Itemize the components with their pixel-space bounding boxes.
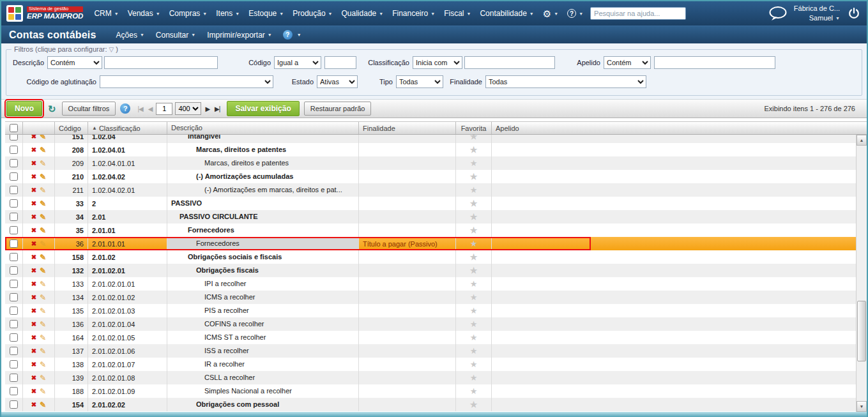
settings-menu[interactable]: ⚙ ▼ bbox=[538, 1, 563, 26]
row-checkbox[interactable] bbox=[10, 172, 18, 181]
edit-pencil-icon[interactable]: ✎ bbox=[40, 253, 46, 262]
refresh-icon[interactable]: ↻ bbox=[47, 104, 57, 114]
row-checkbox[interactable] bbox=[10, 320, 18, 328]
scroll-up-icon[interactable]: ▲ bbox=[857, 135, 867, 146]
row-checkbox[interactable] bbox=[10, 186, 18, 194]
help-menu[interactable]: ? ▼ bbox=[563, 1, 588, 26]
table-row[interactable]: ✖✎1511.02.04Intangível★ bbox=[5, 135, 856, 143]
table-row-selected[interactable]: ✖✎362.01.01.01FornecedoresTítulo a pagar… bbox=[5, 237, 856, 250]
favorite-star-icon[interactable]: ★ bbox=[470, 158, 478, 168]
table-row[interactable]: ✖✎2111.02.04.02.01(-) Amortizações em ma… bbox=[5, 183, 856, 197]
table-row[interactable]: ✖✎1542.01.02.02Obrigações com pessoal★ bbox=[5, 398, 856, 411]
topbar-menu-fiscal[interactable]: Fiscal▼ bbox=[439, 1, 475, 26]
edit-pencil-icon[interactable]: ✎ bbox=[40, 266, 46, 275]
codigo-input[interactable] bbox=[324, 56, 356, 69]
row-checkbox[interactable] bbox=[10, 213, 18, 221]
delete-icon[interactable]: ✖ bbox=[31, 213, 36, 220]
delete-icon[interactable]: ✖ bbox=[31, 334, 36, 341]
estado-select[interactable]: Ativas bbox=[317, 75, 358, 88]
salvar-exibicao-button[interactable]: Salvar exibição bbox=[227, 101, 299, 116]
table-row[interactable]: ✖✎1372.01.02.01.06ISS a recolher★ bbox=[5, 344, 856, 358]
row-checkbox[interactable] bbox=[10, 135, 18, 140]
table-row[interactable]: ✖✎2091.02.04.01.01Marcas, direitos e pat… bbox=[5, 156, 856, 170]
row-checkbox[interactable] bbox=[10, 400, 18, 409]
favorite-star-icon[interactable]: ★ bbox=[470, 360, 478, 369]
delete-icon[interactable]: ✖ bbox=[31, 347, 36, 354]
edit-pencil-icon[interactable]: ✎ bbox=[40, 360, 46, 369]
row-checkbox[interactable] bbox=[10, 374, 18, 382]
favorite-star-icon[interactable]: ★ bbox=[470, 373, 478, 383]
page-menu-imprimir-exportar[interactable]: Imprimir/exportar▼ bbox=[201, 31, 278, 40]
delete-icon[interactable]: ✖ bbox=[31, 401, 36, 408]
next-page-icon[interactable]: ▶ bbox=[204, 105, 211, 112]
edit-pencil-icon[interactable]: ✎ bbox=[40, 320, 46, 329]
codigo-operator-select[interactable]: Igual a bbox=[274, 56, 321, 69]
table-row[interactable]: ✖✎332PASSIVO★ bbox=[5, 197, 856, 210]
descricao-input[interactable] bbox=[104, 56, 218, 69]
edit-pencil-icon[interactable]: ✎ bbox=[40, 186, 46, 195]
table-row[interactable]: ✖✎1342.01.02.01.02ICMS a recolher★ bbox=[5, 291, 856, 304]
favorite-star-icon[interactable]: ★ bbox=[470, 199, 478, 208]
user-menu[interactable]: Fábrica de C... Samuel ▼ bbox=[794, 4, 840, 23]
table-row[interactable]: ✖✎1642.01.02.01.05ICMS ST a recolher★ bbox=[5, 331, 856, 344]
topbar-menu-produção[interactable]: Produção▼ bbox=[288, 1, 337, 26]
table-row[interactable]: ✖✎1362.01.02.01.04COFINS a recolher★ bbox=[5, 317, 856, 331]
delete-icon[interactable]: ✖ bbox=[31, 135, 36, 140]
delete-icon[interactable]: ✖ bbox=[31, 254, 36, 261]
delete-icon[interactable]: ✖ bbox=[31, 200, 36, 207]
page-number-input[interactable] bbox=[156, 103, 172, 115]
apelido-input[interactable] bbox=[654, 56, 775, 69]
row-checkbox[interactable] bbox=[10, 387, 18, 395]
header-finalidade[interactable]: Finalidade bbox=[359, 122, 456, 134]
header-favorita[interactable]: Favorita bbox=[456, 122, 492, 134]
scroll-down-icon[interactable]: ▼ bbox=[857, 401, 867, 412]
delete-icon[interactable]: ✖ bbox=[31, 146, 36, 153]
power-icon[interactable] bbox=[848, 7, 860, 20]
row-checkbox[interactable] bbox=[10, 253, 18, 261]
chat-icon[interactable] bbox=[768, 6, 788, 21]
favorite-star-icon[interactable]: ★ bbox=[470, 225, 478, 235]
table-row[interactable]: ✖✎342.01PASSIVO CIRCULANTE★ bbox=[5, 210, 856, 224]
delete-icon[interactable]: ✖ bbox=[31, 361, 36, 368]
favorite-star-icon[interactable]: ★ bbox=[470, 135, 478, 141]
header-descricao[interactable]: Descrição bbox=[167, 122, 359, 134]
topbar-menu-crm[interactable]: CRM▼ bbox=[89, 1, 123, 26]
topbar-menu-itens[interactable]: Itens▼ bbox=[211, 1, 244, 26]
favorite-star-icon[interactable]: ★ bbox=[470, 172, 478, 181]
edit-pencil-icon[interactable]: ✎ bbox=[40, 159, 46, 168]
novo-button[interactable]: Novo bbox=[6, 101, 42, 116]
classificacao-operator-select[interactable]: Inicia com bbox=[413, 56, 462, 69]
page-menu-a-es[interactable]: Ações▼ bbox=[110, 31, 150, 40]
select-all-checkbox[interactable] bbox=[10, 124, 18, 132]
delete-icon[interactable]: ✖ bbox=[31, 227, 36, 234]
delete-icon[interactable]: ✖ bbox=[31, 321, 36, 328]
delete-icon[interactable]: ✖ bbox=[31, 388, 36, 395]
favorite-star-icon[interactable]: ★ bbox=[470, 212, 478, 222]
edit-pencil-icon[interactable]: ✎ bbox=[40, 400, 46, 409]
favorite-star-icon[interactable]: ★ bbox=[470, 266, 478, 275]
favorite-star-icon[interactable]: ★ bbox=[470, 239, 478, 248]
table-row[interactable]: ✖✎2101.02.04.02(-) Amortizações acumulad… bbox=[5, 170, 856, 183]
edit-pencil-icon[interactable]: ✎ bbox=[40, 239, 46, 248]
table-row[interactable]: ✖✎1582.01.02Obrigações sociais e fiscais… bbox=[5, 250, 856, 264]
row-checkbox[interactable] bbox=[10, 293, 18, 301]
chevron-down-icon[interactable]: ▼ bbox=[297, 33, 301, 37]
edit-pencil-icon[interactable]: ✎ bbox=[40, 146, 46, 155]
tipo-select[interactable]: Todas bbox=[396, 75, 443, 88]
topbar-menu-compras[interactable]: Compras▼ bbox=[165, 1, 212, 26]
page-size-select[interactable]: 400 bbox=[175, 102, 201, 115]
edit-pencil-icon[interactable]: ✎ bbox=[40, 333, 46, 342]
toolbar-help-icon[interactable]: ? bbox=[120, 103, 130, 114]
table-row[interactable]: ✖✎1382.01.02.01.07IR a recolher★ bbox=[5, 358, 856, 371]
favorite-star-icon[interactable]: ★ bbox=[470, 279, 478, 289]
aglutinacao-select[interactable] bbox=[100, 75, 273, 88]
topbar-menu-vendas[interactable]: Vendas▼ bbox=[123, 1, 165, 26]
apelido-operator-select[interactable]: Contém bbox=[604, 56, 651, 69]
help-search-input[interactable] bbox=[590, 7, 686, 20]
table-row[interactable]: ✖✎2081.02.04.01Marcas, direitos e patent… bbox=[5, 143, 856, 156]
favorite-star-icon[interactable]: ★ bbox=[470, 185, 478, 195]
delete-icon[interactable]: ✖ bbox=[31, 280, 36, 287]
page-help-icon[interactable]: ? bbox=[283, 30, 293, 40]
descricao-operator-select[interactable]: Contém bbox=[47, 56, 102, 69]
edit-pencil-icon[interactable]: ✎ bbox=[40, 226, 46, 235]
